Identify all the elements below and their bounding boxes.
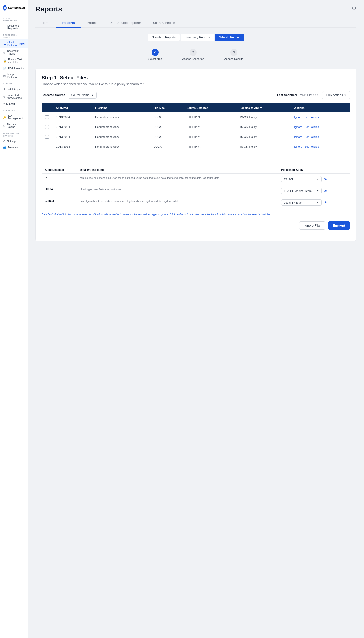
ignore-link-3[interactable]: Ignore: [294, 145, 302, 148]
bulk-actions-button[interactable]: Bulk Actions ▾: [322, 91, 350, 99]
sidebar-item-pdf-protector[interactable]: 📄 PDF Protector: [0, 65, 28, 72]
sidebar-item-encrypt-text[interactable]: 🔒 Encrypt Text and Files: [0, 57, 28, 65]
filetype-cell: DOCX: [150, 142, 184, 152]
ignore-file-button[interactable]: Ignore File: [299, 221, 325, 230]
ignore-link-1[interactable]: Ignore: [294, 125, 302, 129]
step-circle-select-files: ✓: [152, 49, 159, 56]
sidebar-item-label: Machine Tokens: [7, 123, 25, 129]
nav-tab-data-source-explorer[interactable]: Data Source Explorer: [103, 18, 147, 28]
nav-tab-protect[interactable]: Protect: [81, 18, 103, 28]
col-filetype: FileType: [150, 103, 184, 112]
filter-left: Selected Source Source Name ▾: [42, 92, 97, 99]
detail-col-suite-detected: Suite Detected: [42, 166, 77, 174]
source-select[interactable]: Source Name ▾: [68, 92, 96, 99]
settings-icon[interactable]: ⚙: [352, 5, 356, 11]
policy-select-2[interactable]: Legal, IP Team ▾: [281, 199, 322, 206]
suite-name-cell-0: PII: [42, 174, 77, 185]
sidebar-item-label: Install Apps: [7, 88, 20, 91]
row-checkbox-3[interactable]: [45, 145, 49, 148]
support-icon: ?: [3, 102, 5, 105]
policy-chevron-icon-2: ▾: [317, 201, 319, 204]
row-checkbox-0[interactable]: [45, 115, 49, 119]
sidebar-item-label: PDF Protector: [8, 67, 24, 70]
ignore-link-0[interactable]: Ignore: [294, 116, 302, 119]
sidebar-item-label: Cloud Protector: [7, 41, 18, 47]
encrypt-text-icon: 🔒: [3, 59, 7, 63]
eye-icon-0[interactable]: 👁: [324, 177, 327, 181]
files-table: AnalyzedFileNameFileTypeSuites DetectedP…: [42, 103, 350, 152]
source-select-value: Source Name: [71, 93, 89, 97]
info-eye-icon: 👁: [184, 213, 186, 216]
filename-cell: filenumberone.docx: [92, 132, 150, 142]
badge-new: NEW: [19, 43, 25, 45]
main-content: Reports ⚙ HomeReportsProtectData Source …: [28, 0, 364, 638]
sidebar-item-label: Encrypt Text and Files: [8, 58, 25, 64]
table-row: 01/13/2024 filenumberone.docx DOCX PII, …: [42, 142, 350, 152]
step-item-select-files: ✓ Select files: [148, 49, 162, 60]
sub-tab-what-if-runner[interactable]: What-If Runner: [215, 34, 244, 41]
document-tracing-icon: ◎: [3, 51, 6, 54]
actions-cell: Ignore Set Policies: [291, 142, 350, 152]
data-types-cell-0: ssn, us-gov-document, email, tag-found-d…: [77, 174, 278, 185]
sidebar-item-document-requests[interactable]: → Document Requests: [0, 23, 28, 31]
row-checkbox-1[interactable]: [45, 125, 49, 129]
table-row: 01/13/2024 filenumberone.docx DOCX PII, …: [42, 132, 350, 142]
set-policies-link-2[interactable]: Set Policies: [305, 135, 319, 138]
policy-select-cell-2: Legal, IP Team ▾ 👁: [278, 197, 350, 208]
step-label-access-results: Access Results: [224, 57, 243, 60]
detail-col-data-types-found: Data Types Found: [77, 166, 278, 174]
suites-cell: PII, HIPPA: [184, 132, 236, 142]
sub-tabs: Standard ReportsSummary ReportsWhat-If R…: [35, 34, 356, 41]
logo-text: Confidencial: [8, 6, 25, 9]
suite-name-cell-1: HIPPA: [42, 185, 77, 197]
step-label-access-scenarios: Access Scenarios: [182, 57, 204, 60]
info-note-text: Data fields that fall into two or more s…: [42, 213, 271, 216]
sidebar-item-label: Document Requests: [7, 24, 25, 30]
sub-tab-standard-reports[interactable]: Standard Reports: [148, 34, 180, 41]
machine-tokens-icon: ⬡: [3, 124, 6, 127]
actions-cell: Ignore Set Policies: [291, 122, 350, 132]
sidebar-item-connected-apps[interactable]: ◈ Connected Apps/Storage: [0, 92, 28, 101]
logo-icon: [3, 5, 7, 11]
sidebar-item-key-management[interactable]: 🔑 Key Management: [0, 113, 28, 121]
sidebar-item-label: Document Tracing: [7, 50, 25, 55]
sidebar-item-document-tracing[interactable]: ◎ Document Tracing: [0, 48, 28, 57]
step-connector: [204, 52, 224, 52]
policy-select-1[interactable]: TS-SCI, Medical Team ▾: [281, 188, 322, 194]
analyzed-cell: 01/13/2024: [52, 142, 92, 152]
sidebar-item-settings[interactable]: ⚙ Settings: [0, 138, 28, 144]
sidebar-section-label: ACCOUNT: [0, 80, 28, 86]
sidebar-section-label: ADVANCED: [0, 107, 28, 113]
sidebar-item-machine-tokens[interactable]: ⬡ Machine Tokens: [0, 121, 28, 130]
cloud-protector-icon: ☁: [3, 42, 6, 46]
set-policies-link-0[interactable]: Set Policies: [305, 116, 319, 119]
set-policies-link-3[interactable]: Set Policies: [305, 145, 319, 148]
policy-select-0[interactable]: TS-SCI ▾: [281, 176, 322, 182]
chevron-down-icon: ▾: [92, 93, 93, 97]
row-checkbox-cell: [42, 112, 52, 122]
sidebar-item-members[interactable]: 👥 Members: [0, 144, 28, 151]
detail-table: Suite DetectedData Types FoundPolicies t…: [42, 166, 350, 208]
nav-tab-home[interactable]: Home: [35, 18, 56, 28]
sidebar-item-label: Support: [6, 103, 15, 105]
actions-cell: Ignore Set Policies: [291, 112, 350, 122]
step-item-access-results: 3 Access Results: [224, 49, 243, 60]
col-analyzed: Analyzed: [52, 103, 92, 112]
set-policies-link-1[interactable]: Set Policies: [305, 125, 319, 129]
encrypt-button[interactable]: Encrypt: [328, 221, 350, 230]
sidebar-item-install-apps[interactable]: ⬇ Install Apps: [0, 86, 28, 92]
document-requests-icon: →: [3, 26, 6, 29]
key-management-icon: 🔑: [3, 116, 7, 119]
sub-tab-summary-reports[interactable]: Summary Reports: [181, 34, 214, 41]
sidebar-item-support[interactable]: ? Support: [0, 101, 28, 107]
eye-icon-2[interactable]: 👁: [324, 201, 327, 205]
nav-tab-reports[interactable]: Reports: [56, 18, 81, 28]
nav-tab-scan-schedule[interactable]: Scan Schedule: [147, 18, 181, 28]
sidebar-item-image-protector[interactable]: 🖼 Image Protector: [0, 72, 28, 80]
nav-tabs: HomeReportsProtectData Source ExplorerSc…: [35, 18, 356, 28]
ignore-link-2[interactable]: Ignore: [294, 135, 302, 138]
sidebar-item-cloud-protector[interactable]: ☁ Cloud Protector NEW: [0, 39, 28, 48]
row-checkbox-2[interactable]: [45, 135, 49, 139]
eye-icon-1[interactable]: 👁: [324, 189, 327, 193]
suites-cell: PII, HIPPA: [184, 112, 236, 122]
